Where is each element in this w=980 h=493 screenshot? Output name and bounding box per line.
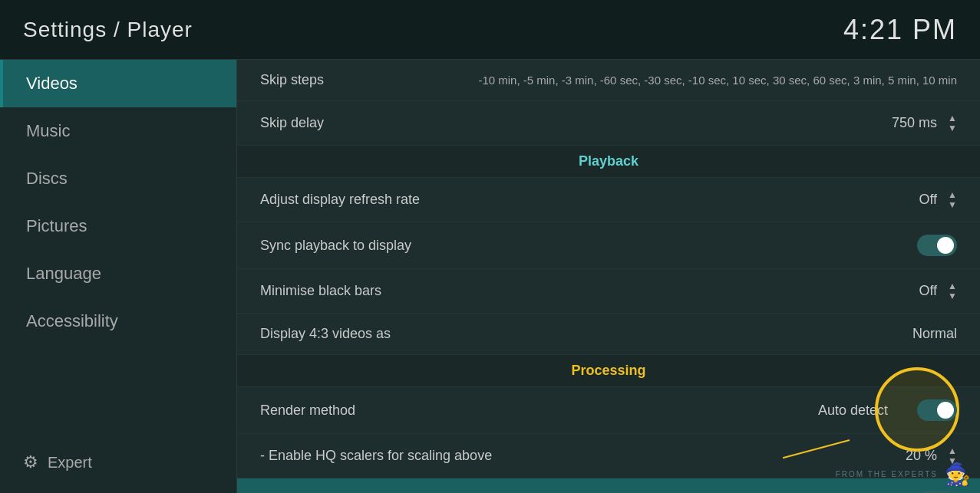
content-panel: Skip steps -10 min, -5 min, -3 min, -60 … xyxy=(236,60,980,493)
toggle-knob xyxy=(937,402,954,419)
main-layout: Videos Music Discs Pictures Language Acc… xyxy=(0,60,980,493)
adjust-refresh-label: Adjust display refresh rate xyxy=(260,192,420,208)
minimise-black-bars-label: Minimise black bars xyxy=(260,283,381,299)
render-toggle[interactable] xyxy=(917,399,957,421)
page-title: Settings / Player xyxy=(23,18,193,42)
watermark-text: FROM THE EXPERTS xyxy=(836,470,938,478)
sidebar-item-videos[interactable]: Videos xyxy=(0,60,236,107)
sync-playback-toggle[interactable] xyxy=(917,235,957,256)
arrow-up-icon[interactable]: ▲ xyxy=(948,281,957,291)
skip-steps-label: Skip steps xyxy=(260,72,324,88)
processing-section-header: Processing xyxy=(237,355,980,387)
sidebar-item-music[interactable]: Music xyxy=(0,107,236,155)
watermark-icon: 🧙 xyxy=(944,462,971,487)
sidebar-item-accessibility[interactable]: Accessibility xyxy=(0,297,236,345)
sidebar-item-language[interactable]: Language xyxy=(0,250,236,297)
watermark: FROM THE EXPERTS 🧙 xyxy=(827,455,980,493)
minimise-arrows[interactable]: ▲ ▼ xyxy=(948,281,957,301)
render-method-text: Auto detect xyxy=(818,403,888,419)
sync-playback-value xyxy=(917,235,957,256)
skip-delay-arrows[interactable]: ▲ ▼ xyxy=(948,113,957,133)
sync-playback-label: Sync playback to display xyxy=(260,238,411,254)
display-43-row[interactable]: Display 4:3 videos as Normal xyxy=(237,314,980,355)
skip-delay-value: 750 ms ▲ ▼ xyxy=(892,113,957,133)
sync-playback-row[interactable]: Sync playback to display xyxy=(237,222,980,269)
sidebar-item-discs[interactable]: Discs xyxy=(0,155,236,202)
skip-delay-row[interactable]: Skip delay 750 ms ▲ ▼ xyxy=(237,101,980,146)
toggle-knob xyxy=(937,237,954,254)
sidebar: Videos Music Discs Pictures Language Acc… xyxy=(0,60,236,493)
render-method-row[interactable]: Render method Auto detect xyxy=(237,387,980,434)
render-method-label: Render method xyxy=(260,403,355,419)
header: Settings / Player 4:21 PM xyxy=(0,0,980,60)
skip-delay-text: 750 ms xyxy=(892,115,937,131)
skip-steps-value: -10 min, -5 min, -3 min, -60 sec, -30 se… xyxy=(478,74,957,87)
adjust-refresh-arrows[interactable]: ▲ ▼ xyxy=(948,190,957,209)
arrow-up-icon[interactable]: ▲ xyxy=(948,113,957,123)
adjust-refresh-row[interactable]: Adjust display refresh rate Off ▲ ▼ xyxy=(237,178,980,222)
arrow-down-icon[interactable]: ▼ xyxy=(948,200,957,209)
expert-label: Expert xyxy=(48,454,92,472)
expert-button[interactable]: ⚙ Expert xyxy=(0,443,236,481)
hq-scalers-label: - Enable HQ scalers for scaling above xyxy=(260,448,492,464)
arrow-up-icon[interactable]: ▲ xyxy=(948,190,957,199)
skip-steps-row[interactable]: Skip steps -10 min, -5 min, -3 min, -60 … xyxy=(237,60,980,101)
arrow-down-icon[interactable]: ▼ xyxy=(948,123,957,133)
gear-icon: ⚙ xyxy=(23,452,38,472)
minimise-black-bars-row[interactable]: Minimise black bars Off ▲ ▼ xyxy=(237,269,980,314)
minimise-black-bars-value: Off ▲ ▼ xyxy=(919,281,957,301)
adjust-refresh-text: Off xyxy=(919,192,937,208)
adjust-refresh-value: Off ▲ ▼ xyxy=(919,190,957,209)
display-43-value: Normal xyxy=(912,326,957,342)
minimise-black-bars-text: Off xyxy=(919,283,937,299)
skip-delay-label: Skip delay xyxy=(260,115,324,131)
sidebar-item-pictures[interactable]: Pictures xyxy=(0,202,236,250)
arrow-down-icon[interactable]: ▼ xyxy=(948,291,957,301)
render-method-value: Auto detect xyxy=(818,399,957,421)
playback-section-header: Playback xyxy=(237,146,980,178)
display-43-label: Display 4:3 videos as xyxy=(260,326,391,342)
clock: 4:21 PM xyxy=(843,14,957,46)
